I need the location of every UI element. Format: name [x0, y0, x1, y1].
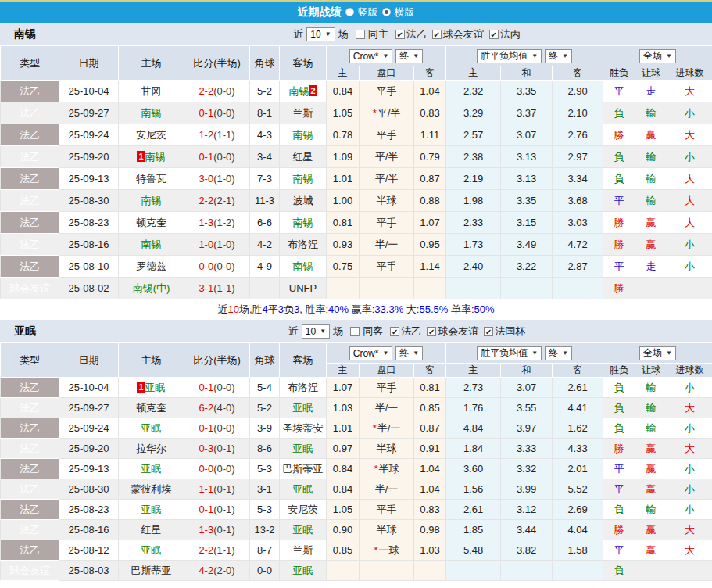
odds-final-select[interactable]: 终▼ [395, 49, 423, 63]
home-team-cell: 拉华尔 [119, 439, 184, 459]
team-name: 亚眠 [141, 422, 162, 434]
match-count-select[interactable]: 10▼ [306, 27, 335, 41]
col-handicap: 让球 [635, 364, 667, 378]
league-checkboxes: ✔法乙✔球会友谊✔法国杯 [386, 324, 525, 339]
col-odds-home: 主 [327, 364, 360, 378]
result-value: 赢 [646, 217, 657, 228]
result-value: 輸 [646, 504, 657, 515]
avg-draw-cell: 3.35 [501, 190, 553, 212]
match-row: 法乙25-08-12亚眠2-2(1-1)8-7兰斯0.85*一球1.035.48… [1, 540, 712, 561]
handicap-line: 半球 [379, 463, 399, 475]
avg-select[interactable]: 胜平负均值▼ [477, 49, 542, 63]
scope-select[interactable]: 全场▼ [639, 49, 676, 63]
result-value: 平 [614, 195, 624, 206]
corner-cell: 4-9 [250, 256, 280, 278]
col-avg-away: 客 [553, 364, 603, 378]
near-label: 近 [293, 27, 303, 41]
half-time-score: (1-2) [213, 217, 234, 228]
result-value: 大 [685, 195, 695, 206]
section-header-bar: 亚眠 近 10▼ 场 同客 ✔法乙✔球会友谊✔法国杯 [0, 320, 712, 342]
score-cell: 1-2(1-1) [184, 124, 250, 146]
summary-text: 50% [474, 303, 495, 315]
col-avg-home: 主 [446, 66, 501, 81]
full-time-score: 1-3 [199, 217, 213, 228]
corner-cell: 3-4 [250, 146, 280, 168]
home-team-cell: 南锡 [119, 102, 184, 124]
league-checkbox[interactable]: ✔ [484, 327, 493, 336]
team-name: 南锡 [293, 217, 313, 228]
team-name: 南锡 [141, 238, 162, 250]
match-rows: 法乙25-10-041亚眠0-1(0-0)5-4布洛涅1.07平手0.812.7… [1, 378, 712, 581]
chevron-down-icon: ▼ [413, 350, 419, 357]
scope-select[interactable]: 全场▼ [639, 346, 676, 360]
col-odds-line: 盘口 [360, 364, 414, 378]
vertical-radio[interactable] [345, 8, 354, 16]
score-cell: 2-2(2-1) [184, 190, 250, 212]
type-cell: 球会友谊 [1, 278, 59, 299]
avg-final-select[interactable]: 终▼ [545, 49, 572, 63]
avg-home-cell: 1.84 [446, 439, 501, 459]
type-cell: 法乙 [1, 190, 59, 212]
result-value: 小 [685, 238, 695, 250]
team-name: 巴斯蒂亚 [131, 565, 172, 576]
result-cell: 負 [603, 398, 635, 418]
type-cell: 法乙 [1, 459, 59, 479]
result-cell: 負 [603, 146, 635, 168]
avg-home-cell: 2.19 [446, 168, 501, 190]
handicap-result-cell: 赢 [635, 234, 667, 256]
result-value: 小 [685, 483, 695, 495]
corner-cell [250, 278, 280, 299]
score-cell: 0-0(0-0) [184, 256, 250, 278]
handicap-line: 一球 [379, 544, 399, 556]
team-name: 亚眠 [293, 524, 313, 536]
handicap-result-cell: 走 [635, 81, 667, 102]
horizontal-radio[interactable] [382, 8, 391, 16]
result-value: 大 [685, 129, 695, 141]
home-odds-cell: 0.90 [327, 520, 360, 540]
matches-table: 类型 日期 主场 比分(半场) 角球 客场 Crow*▼ 终▼ 胜平负均 [0, 342, 712, 581]
result-value: 勝 [614, 443, 624, 454]
home-team-cell: 顿克奎 [119, 398, 184, 418]
away-team-cell: 巴斯蒂亚 [280, 459, 327, 479]
odds-company-select[interactable]: Crow*▼ [349, 49, 393, 63]
full-time-score: 1-0 [199, 238, 213, 250]
chevron-down-icon: ▼ [531, 52, 538, 59]
col-away: 客场 [280, 343, 327, 378]
result-value: 輸 [646, 151, 657, 163]
date-cell: 25-10-04 [59, 81, 119, 102]
team-name: 南锡 [141, 195, 162, 206]
home-team-cell: 甘冈 [119, 81, 184, 102]
home-odds-cell: 0.81 [327, 212, 360, 234]
league-checkbox[interactable]: ✔ [395, 30, 405, 39]
away-odds-cell: 0.88 [414, 190, 446, 212]
odds-final-select[interactable]: 终▼ [395, 346, 423, 360]
match-row: 法乙25-08-23顿克奎1-3(1-2)6-6南锡0.81平手1.072.33… [1, 212, 712, 234]
avg-select[interactable]: 胜平负均值▼ [477, 346, 542, 360]
match-row: 法乙25-09-20拉华尔0-3(0-1)8-6亚眠0.97半球0.911.84… [1, 439, 712, 459]
avg-final-select[interactable]: 终▼ [545, 346, 572, 360]
changed-line-star: * [374, 463, 377, 475]
col-avg-away: 客 [553, 66, 603, 81]
team-name: 亚眠 [293, 443, 313, 454]
team-name: 亚眠 [141, 463, 162, 475]
half-time-score: (1-1) [213, 129, 234, 141]
avg-away-cell: 2.90 [553, 81, 603, 102]
league-checkbox[interactable]: ✔ [489, 30, 499, 39]
match-count-select[interactable]: 10▼ [302, 324, 330, 339]
type-cell: 法乙 [1, 234, 59, 256]
col-goals: 进球数 [667, 66, 712, 81]
odds-company-select[interactable]: Crow*▼ [349, 346, 393, 360]
league-checkbox[interactable]: ✔ [432, 30, 442, 39]
away-odds-cell: 0.98 [414, 520, 446, 540]
handicap-result-cell: 赢 [635, 540, 667, 561]
same-venue-checkbox[interactable] [350, 327, 360, 336]
league-checkbox[interactable]: ✔ [390, 327, 399, 336]
same-venue-checkbox[interactable] [356, 30, 365, 39]
handicap-result-cell: 輸 [635, 168, 667, 190]
home-odds-cell: 1.09 [327, 146, 360, 168]
away-team-cell: 亚眠 [280, 561, 327, 581]
chevron-down-icon: ▼ [325, 30, 331, 38]
avg-away-cell: 2.69 [553, 500, 603, 520]
league-checkbox[interactable]: ✔ [427, 327, 436, 336]
avg-draw-cell: 3.13 [501, 146, 553, 168]
